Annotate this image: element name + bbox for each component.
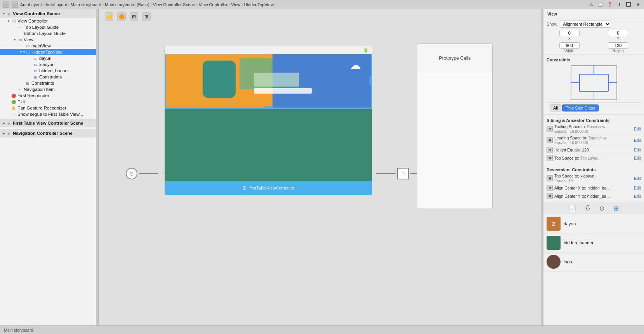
tree-dayun[interactable]: ▭ dayun — [0, 55, 96, 61]
show-select[interactable]: Alignment Rectangle — [560, 21, 611, 28]
constraint-cx-edit[interactable]: Edit — [634, 186, 641, 190]
inspector-title: View — [547, 12, 640, 16]
toolbar-icon-2[interactable]: 🟠 — [117, 12, 126, 21]
mainview-icon: ▭ — [25, 43, 30, 49]
tab-all[interactable]: All — [550, 104, 561, 111]
constraints-child-label: Constraints — [39, 75, 62, 79]
constraint-top-edit[interactable]: Edit — [634, 156, 641, 160]
tree-first-responder[interactable]: 🔴 First Responder — [0, 92, 96, 99]
tab-constraints-tab[interactable]: ⊞ — [614, 205, 619, 212]
height-field[interactable] — [608, 42, 628, 49]
constraints-view-label: Constraints — [31, 81, 54, 85]
width-label: Width — [564, 49, 575, 53]
tab-this-size-class[interactable]: This Size Class — [562, 104, 599, 111]
constraint-xiaoyun-edit[interactable]: Edit — [634, 176, 641, 181]
tree-xiaoyun[interactable]: ▭ xiaoyun — [0, 61, 96, 68]
constraint-leading-edit[interactable]: Edit — [634, 138, 641, 143]
tree-view-controller[interactable]: ⬜ View Controller — [0, 18, 96, 24]
tree-show-segue[interactable]: ○ Show segue to First Table View... — [0, 111, 96, 117]
white-bar — [254, 88, 311, 94]
expand-arrow-vc-scene[interactable] — [2, 11, 6, 16]
section-first-table[interactable]: ◈ First Table View Controller Scene — [0, 119, 96, 127]
topbar-right-icons: ⚠ 📋 ❓ ⬇ 🔲 ⊕ — [588, 2, 641, 8]
topbar-action-5[interactable]: ⊕ — [635, 2, 641, 8]
toolbar-icon-4[interactable]: ⊠ — [142, 12, 151, 21]
expand-arrow-view[interactable] — [12, 37, 17, 42]
constraint-cy-edit[interactable]: Edit — [634, 194, 641, 198]
tab-code[interactable]: {} — [586, 205, 590, 212]
toolbar-icon-1[interactable]: 🟡 — [105, 12, 113, 21]
identity-hidden-banner: hidden_banner — [543, 233, 644, 252]
breadcrumb-item-1[interactable]: AutoLayout — [20, 2, 42, 7]
prototype-cells-scene: Prototype Cells — [417, 43, 493, 209]
expand-arrow-ft[interactable] — [2, 121, 6, 125]
topbar-action-4[interactable]: 🔲 — [625, 2, 632, 8]
breadcrumb-item-7[interactable]: View — [231, 2, 241, 7]
height-field-col: Height — [595, 42, 641, 53]
tree-pan-gesture[interactable]: ✋ Pan Gesture Recognizer — [0, 105, 96, 111]
canvas-scroll[interactable]: ⊙ → 🔋 — [106, 32, 533, 318]
bottom-status-bar: Main storyboard — [0, 325, 644, 334]
warning-icon[interactable]: ⚠ — [588, 2, 594, 8]
hiddentopview-label: HiddenTopView — [31, 50, 62, 54]
y-label: Y — [617, 37, 620, 41]
constraint-cy-icon: ⊞ — [547, 193, 553, 199]
breadcrumb-item-6[interactable]: View Controller — [199, 2, 227, 7]
breadcrumb-item-3[interactable]: Main.storyboard — [71, 2, 101, 7]
tree-navigation-item[interactable]: ‹ Navigation Item — [0, 86, 96, 92]
topbar-action-3[interactable]: ⬇ — [616, 2, 622, 8]
cv-inner — [579, 74, 609, 92]
left-resize-handle-banner[interactable] — [165, 77, 166, 85]
constraint-trailing-edit[interactable]: Edit — [634, 127, 641, 131]
section-view-controller-scene[interactable]: ◈ View Controller Scene — [0, 9, 96, 18]
tree-view[interactable]: ▭ View — [0, 37, 96, 43]
center-canvas: 🟡 🟠 ⊞ ⊠ ⊙ → — [99, 9, 541, 325]
breadcrumb-item-5[interactable]: View Controller Scene — [153, 2, 195, 7]
expand-arrow-vc[interactable] — [6, 19, 11, 23]
tree-hidden-banner[interactable]: ▭ hidden_banner — [0, 68, 96, 74]
tree-mainview[interactable]: ▭ mainView — [0, 43, 96, 49]
right-resize-handle[interactable] — [370, 77, 372, 85]
section-nav-controller[interactable]: ◈ Navigation Controller Scene — [0, 129, 96, 137]
width-field[interactable] — [559, 42, 580, 49]
y-field[interactable] — [608, 30, 628, 36]
bottom-inspector-tabs: 📄 {} ⊙ ⊞ — [543, 202, 644, 214]
breadcrumb-item-2[interactable]: AutoLayout — [45, 2, 67, 7]
topbar: ‹ › AutoLayout › AutoLayout › Main.story… — [0, 0, 644, 9]
view-label: View — [24, 37, 33, 42]
tree-constraints-view[interactable]: ⊞ Constraints — [0, 80, 96, 86]
tree-exit[interactable]: 🟢 Exit — [0, 99, 96, 105]
constraint-trailing-icon: ⊞ — [547, 126, 553, 132]
tree-constraints-child[interactable]: ⊞ Constraints — [0, 74, 96, 80]
toolbar-icon-3[interactable]: ⊞ — [130, 12, 138, 21]
dayun-thumb: 2 — [547, 217, 561, 231]
constraint-center-y: ⊞ Align Center Y to: hidden_ba... Edit — [547, 192, 641, 200]
topbar-action-1[interactable]: 📋 — [597, 2, 604, 8]
vc-label: View Controller — [17, 19, 48, 23]
tree-top-layout-guide[interactable]: — Top Layout Guide — [0, 24, 96, 30]
expand-arrow-hidden[interactable]: ▼ — [20, 50, 25, 54]
dayun-label: dayun — [39, 56, 51, 61]
tree-hiddentopview[interactable]: ▼ ▭ HiddenTopView — [0, 49, 96, 55]
tree-bottom-layout-guide[interactable]: — Bottom Layout Guide — [0, 30, 96, 37]
breadcrumb-item-4[interactable]: Main.storyboard (Base) — [105, 2, 149, 7]
table-icon: ⊞ — [243, 185, 246, 191]
tab-file[interactable]: 📄 — [569, 205, 576, 212]
back-button[interactable]: ‹ — [3, 2, 9, 8]
bottom-resize-handle[interactable] — [264, 106, 273, 108]
arrow-square-icon: ⊡ — [397, 168, 409, 179]
forward-button[interactable]: › — [12, 2, 18, 8]
sibling-ancestor-title: Sibling & Ancestor Constraints — [547, 117, 641, 124]
x-field[interactable] — [559, 30, 580, 36]
tab-target[interactable]: ⊙ — [599, 205, 604, 212]
breadcrumb: AutoLayout › AutoLayout › Main.storyboar… — [20, 2, 274, 7]
topbar-action-2[interactable]: ❓ — [607, 2, 613, 8]
breadcrumb-item-8[interactable]: HiddenTopView — [244, 2, 274, 7]
constraint-height-edit[interactable]: Edit — [634, 148, 641, 152]
hidden-banner-label: hidden_banner — [39, 68, 69, 73]
constraints-view-icon: ⊞ — [25, 80, 30, 86]
banner-view[interactable]: ☁ — [165, 54, 372, 108]
expand-arrow-nc[interactable] — [2, 131, 6, 136]
constraint-trailing-text: Trailing Space to: Superview Equals: -16… — [554, 124, 632, 134]
show-row: Show Alignment Rectangle — [543, 19, 644, 29]
